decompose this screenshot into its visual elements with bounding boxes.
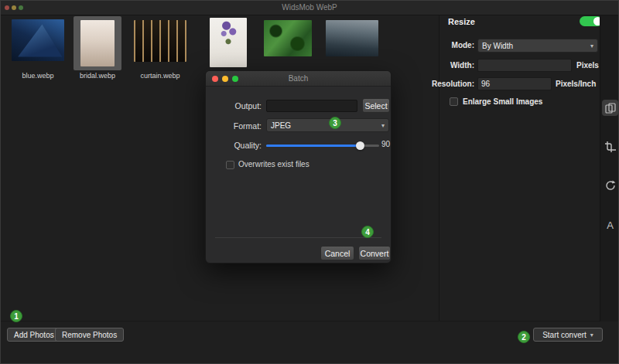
thumbnail-image (12, 19, 64, 61)
resolution-label: Resolution: (419, 80, 474, 88)
panels-tool-icon[interactable] (602, 100, 618, 116)
tool-strip (600, 15, 619, 321)
format-select[interactable]: JPEG ▾ (266, 118, 389, 132)
dialog-titlebar: Batch (206, 71, 391, 87)
close-window-icon[interactable] (5, 5, 9, 10)
dialog-minimize-icon[interactable] (222, 76, 228, 82)
annotation-step-1: 1 (10, 310, 22, 322)
format-label: Format: (214, 121, 262, 131)
enlarge-label: Enlarge Small Images (463, 97, 542, 106)
thumbnail-flowers[interactable] (210, 18, 247, 67)
mode-label: Mode: (419, 41, 474, 49)
quality-label: Quality: (214, 141, 262, 150)
add-photos-button[interactable]: Add Photos (7, 328, 61, 342)
rotate-tool-icon[interactable] (602, 177, 618, 193)
output-input[interactable] (266, 100, 357, 112)
width-unit: Pixels (576, 61, 599, 70)
chevron-down-icon: ▾ (590, 43, 593, 49)
thumbnail-curtain[interactable] (134, 20, 186, 62)
width-label: Width: (419, 61, 474, 70)
window-titlebar: WidsMob WebP (1, 1, 618, 15)
start-convert-button[interactable]: Start convert ▾ (533, 328, 603, 342)
width-input[interactable] (477, 59, 572, 72)
zoom-window-icon[interactable] (19, 5, 23, 10)
app-window: WidsMob WebP blue.webp bridal.webp curta… (0, 0, 619, 364)
text-tool-icon[interactable]: A (602, 217, 618, 233)
resolution-unit: Pixels/Inch (556, 80, 596, 88)
window-title: WidsMob WebP (1, 1, 618, 15)
remove-photos-button[interactable]: Remove Photos (55, 328, 124, 342)
thumbnail-label: curtain.webp (126, 72, 194, 81)
start-convert-label: Start convert (542, 331, 587, 339)
overwrite-label: Overwrites exist files (238, 160, 310, 168)
annotation-step-3: 3 (329, 117, 341, 129)
chevron-down-icon: ▾ (590, 332, 593, 338)
thumbnail-blue[interactable] (12, 19, 64, 61)
mode-value: By Width (482, 42, 590, 50)
overwrite-checkbox[interactable] (226, 161, 234, 169)
format-value: JPEG (271, 121, 381, 130)
enlarge-checkbox[interactable] (450, 97, 458, 106)
thumbnail-leaves[interactable] (264, 20, 312, 56)
footer-divider (1, 321, 618, 321)
thumbnail-label: blue.webp (4, 72, 72, 81)
thumbnail-bridal[interactable] (80, 20, 115, 66)
minimize-window-icon[interactable] (12, 5, 16, 10)
thumbnail-label: bridal.webp (67, 72, 128, 81)
chevron-down-icon: ▾ (381, 122, 385, 129)
mode-select[interactable]: By Width ▾ (477, 39, 598, 53)
cancel-button[interactable]: Cancel (320, 246, 354, 260)
convert-button[interactable]: Convert (358, 246, 391, 260)
annotation-step-4: 4 (361, 226, 374, 238)
resolution-input[interactable] (477, 77, 552, 90)
dialog-divider (215, 237, 381, 238)
quality-value: 90 (381, 140, 390, 148)
thumbnail-mountain[interactable] (326, 20, 378, 56)
resize-panel-title: Resize (448, 17, 475, 26)
slider-fill (266, 145, 360, 147)
slider-knob[interactable] (356, 141, 364, 150)
select-button[interactable]: Select (362, 98, 390, 113)
dialog-zoom-icon[interactable] (232, 76, 238, 82)
crop-tool-icon[interactable] (602, 138, 618, 155)
dialog-close-icon[interactable] (212, 76, 218, 82)
quality-slider[interactable] (266, 145, 379, 147)
output-label: Output: (214, 101, 262, 111)
annotation-step-2: 2 (518, 331, 530, 343)
